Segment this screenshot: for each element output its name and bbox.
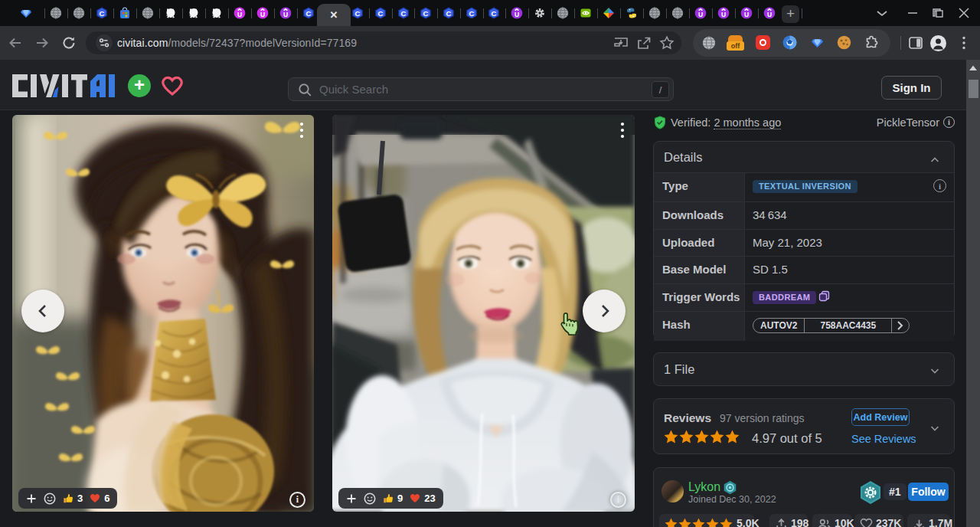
- svg-text:U: U: [237, 11, 242, 18]
- svg-text:C: C: [100, 9, 105, 18]
- svg-text:U: U: [698, 11, 703, 18]
- svg-text:U: U: [744, 11, 749, 18]
- svg-text:C: C: [401, 9, 407, 18]
- svg-text:C: C: [355, 9, 361, 18]
- svg-text:U: U: [721, 11, 726, 18]
- svg-text:C: C: [492, 9, 497, 18]
- svg-text:U: U: [283, 11, 288, 18]
- svg-text:C: C: [469, 9, 475, 18]
- svg-text:U: U: [767, 11, 772, 18]
- svg-text:C: C: [306, 9, 312, 18]
- svg-text:C: C: [423, 9, 429, 18]
- svg-text:U: U: [260, 11, 265, 18]
- svg-text:C: C: [446, 9, 452, 18]
- svg-text:C: C: [378, 9, 384, 18]
- svg-text:U: U: [514, 11, 519, 18]
